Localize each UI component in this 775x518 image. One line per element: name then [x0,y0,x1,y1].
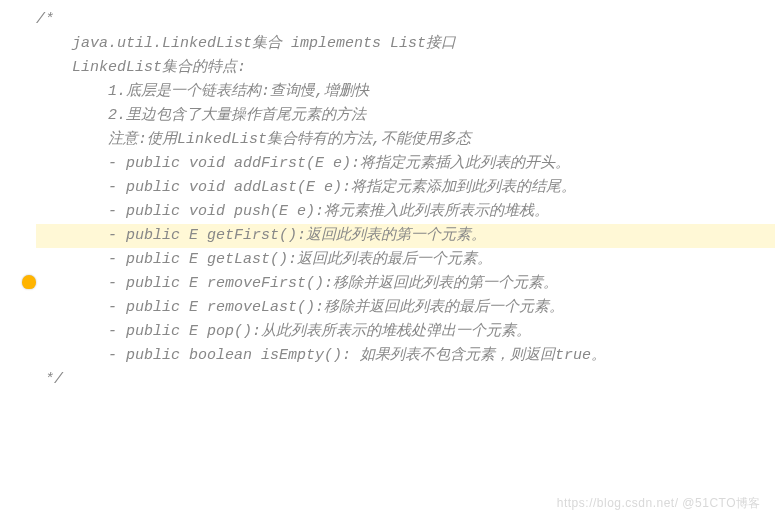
doc-line: LinkedList集合的特点: [36,56,775,80]
doc-line: java.util.LinkedList集合 implements List接口 [36,32,775,56]
editor-gutter [0,0,40,518]
doc-line: 注意:使用LinkedList集合特有的方法,不能使用多态 [36,128,775,152]
comment-open: /* [36,8,775,32]
method-line: - public E pop():从此列表所表示的堆栈处弹出一个元素。 [36,320,775,344]
method-line: - public E removeLast():移除并返回此列表的最后一个元素。 [36,296,775,320]
comment-close: */ [36,368,775,392]
method-line: - public E getLast():返回此列表的最后一个元素。 [36,248,775,272]
doc-line: 2.里边包含了大量操作首尾元素的方法 [36,104,775,128]
code-editor: /* java.util.LinkedList集合 implements Lis… [0,0,775,392]
method-line: - public boolean isEmpty(): 如果列表不包含元素，则返… [36,344,775,368]
method-line: - public E removeFirst():移除并返回此列表的第一个元素。 [36,272,775,296]
method-line: - public void addFirst(E e):将指定元素插入此列表的开… [36,152,775,176]
method-line: - public void addLast(E e):将指定元素添加到此列表的结… [36,176,775,200]
doc-line: 1.底层是一个链表结构:查询慢,增删快 [36,80,775,104]
watermark-text: https://blog.csdn.net/ @51CTO博客 [557,495,761,512]
method-line-highlighted: - public E getFirst():返回此列表的第一个元素。 [36,224,775,248]
lightbulb-icon[interactable] [22,275,36,289]
method-line: - public void push(E e):将元素推入此列表所表示的堆栈。 [36,200,775,224]
